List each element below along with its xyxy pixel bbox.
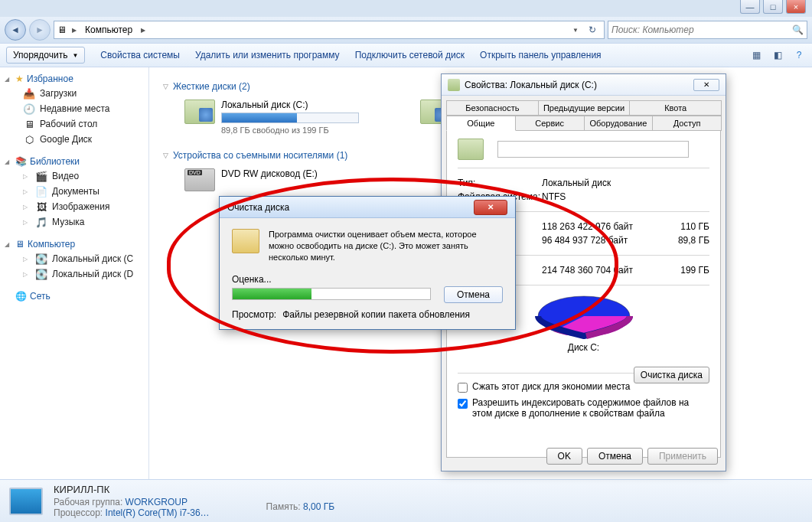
window-controls: — □ × — [740, 0, 806, 14]
drive-c[interactable]: Локальный диск (C:) 89,8 ГБ свободно из … — [184, 100, 359, 135]
sidebar-item-disk-d[interactable]: ▷💽Локальный диск (D — [5, 266, 144, 282]
drive-icon — [458, 139, 484, 160]
sidebar-item-documents[interactable]: ▷📄Документы — [5, 184, 144, 199]
sidebar-item-recent[interactable]: 🕘Недавние места — [5, 101, 144, 116]
free-bytes: 96 484 937 728 байт — [542, 235, 664, 246]
sidebar-item-video[interactable]: ▷🎬Видео — [5, 168, 144, 184]
dropdown-icon[interactable]: ▼ — [570, 27, 581, 34]
sidebar-favorites[interactable]: ◢★Избранное — [5, 73, 144, 84]
drive-name: DVD RW дисковод (E:) — [221, 168, 318, 179]
usage-pie-chart — [534, 293, 634, 339]
dialog-close-button[interactable]: ✕ — [474, 200, 507, 215]
disk-cleanup-button[interactable]: Очистка диска — [634, 367, 709, 383]
drive-dvd[interactable]: DVD RW дисковод (E:) — [184, 168, 318, 191]
organize-dropdown[interactable]: Упорядочить▼ — [6, 47, 85, 64]
index-checkbox-row[interactable]: Разрешить индексировать содержимое файло… — [458, 397, 709, 419]
dialog-close-button[interactable]: ✕ — [693, 79, 719, 91]
disk-label: Диск C: — [458, 342, 709, 353]
evaluating-label: Оценка... — [232, 274, 503, 285]
sidebar-libraries[interactable]: ◢📚Библиотеки — [5, 156, 144, 167]
tab-tools[interactable]: Сервис — [515, 116, 585, 131]
details-pane: КИРИЛЛ-ПК Рабочая группа: WORKGROUP Проц… — [0, 479, 812, 522]
drive-icon — [184, 100, 215, 124]
dialog-title: Очистка диска — [227, 202, 289, 213]
cpu-value: Intel(R) Core(TM) i7-36… — [106, 507, 210, 518]
maximize-button[interactable]: □ — [763, 0, 783, 14]
sidebar-item-music[interactable]: ▷🎵Музыка — [5, 214, 144, 230]
volume-label-input[interactable] — [497, 141, 689, 158]
sidebar-item-desktop[interactable]: 🖥Рабочий стол — [5, 116, 144, 132]
dialog-title: Свойства: Локальный диск (C:) — [465, 80, 597, 90]
toolbar-uninstall[interactable]: Удалить или изменить программу — [195, 50, 340, 60]
search-input[interactable]: Поиск: Компьютер 🔍 — [608, 21, 807, 39]
view-icon[interactable]: ▦ — [749, 48, 763, 62]
preview-pane-icon[interactable]: ◧ — [771, 48, 784, 62]
chevron-right-icon: ▶ — [70, 27, 79, 34]
search-icon[interactable]: 🔍 — [792, 24, 804, 35]
free-gb: 89,8 ГБ — [664, 235, 709, 246]
toolbar: Упорядочить▼ Свойства системы Удалить ил… — [0, 43, 812, 67]
workgroup-value: WORKGROUP — [126, 497, 188, 507]
scanning-value: Файлы резервной копии пакета обновления — [282, 309, 470, 320]
tab-hardware[interactable]: Оборудование — [584, 116, 654, 131]
used-gb: 110 ГБ — [664, 221, 709, 232]
cancel-button[interactable]: Отмена — [587, 448, 643, 465]
back-button[interactable]: ◄ — [5, 19, 26, 41]
sidebar-computer[interactable]: ◢🖥Компьютер — [5, 239, 144, 250]
cpu-label: Процессор: — [54, 507, 103, 518]
capacity-bar — [221, 113, 359, 123]
address-bar[interactable]: 🖥 ▶ Компьютер ▶ ▼ ↻ — [54, 21, 605, 39]
cleanup-icon — [232, 229, 259, 253]
nav-sidebar: ◢★Избранное 📥Загрузки 🕘Недавние места 🖥Р… — [0, 67, 149, 479]
disk-cleanup-dialog: Очистка диска ✕ Программа очистки оценив… — [219, 196, 516, 330]
minimize-button[interactable]: — — [740, 0, 760, 14]
pc-name: КИРИЛЛ-ПК — [54, 484, 210, 497]
toolbar-system-properties[interactable]: Свойства системы — [100, 50, 180, 60]
path-segment[interactable]: Компьютер — [82, 24, 135, 35]
compress-checkbox[interactable] — [458, 383, 468, 393]
close-button[interactable]: × — [786, 0, 806, 14]
capacity-gb: 199 ГБ — [664, 265, 709, 276]
forward-button[interactable]: ► — [29, 19, 51, 41]
memory-value: 8,00 ГБ — [303, 501, 334, 512]
cancel-button[interactable]: Отмена — [444, 286, 503, 303]
memory-label: Память: — [266, 501, 301, 512]
tab-quota[interactable]: Квота — [629, 100, 722, 116]
drive-name: Локальный диск (C:) — [221, 100, 359, 110]
cleanup-message: Программа очистки оценивает объем места,… — [269, 229, 503, 263]
toolbar-map-drive[interactable]: Подключить сетевой диск — [355, 50, 465, 60]
apply-button[interactable]: Применить — [647, 448, 718, 465]
tab-security[interactable]: Безопасность — [446, 100, 539, 116]
progress-bar — [232, 288, 431, 300]
sidebar-item-gdrive[interactable]: ⬡Google Диск — [5, 132, 144, 147]
used-bytes: 118 263 422 976 байт — [542, 221, 664, 232]
tab-general[interactable]: Общие — [446, 116, 516, 131]
toolbar-control-panel[interactable]: Открыть панель управления — [480, 50, 602, 60]
workgroup-label: Рабочая группа: — [54, 497, 122, 507]
scanning-label: Просмотр: — [232, 309, 276, 320]
nav-bar: ◄ ► 🖥 ▶ Компьютер ▶ ▼ ↻ Поиск: Компьютер… — [0, 17, 812, 43]
type-label: Тип: — [458, 178, 542, 188]
ok-button[interactable]: OK — [546, 448, 582, 465]
type-value: Локальный диск — [542, 178, 709, 188]
filesystem-value: NTFS — [542, 191, 709, 202]
sidebar-item-downloads[interactable]: 📥Загрузки — [5, 86, 144, 101]
computer-large-icon — [9, 488, 43, 515]
drive-freespace: 89,8 ГБ свободно из 199 ГБ — [221, 126, 359, 135]
refresh-button[interactable]: ↻ — [584, 24, 601, 35]
capacity-bytes: 214 748 360 704 байт — [542, 265, 664, 276]
drive-icon — [448, 79, 460, 91]
dialog-header[interactable]: Свойства: Локальный диск (C:) ✕ — [442, 74, 726, 96]
dialog-header[interactable]: Очистка диска ✕ — [220, 197, 515, 218]
index-checkbox[interactable] — [458, 399, 468, 409]
sidebar-item-disk-c[interactable]: ▷💽Локальный диск (C — [5, 251, 144, 266]
sidebar-item-pictures[interactable]: ▷🖼Изображения — [5, 199, 144, 214]
tab-previous-versions[interactable]: Предыдущие версии — [538, 100, 631, 116]
computer-icon: 🖥 — [57, 24, 67, 35]
help-icon[interactable]: ? — [792, 48, 806, 62]
search-placeholder: Поиск: Компьютер — [611, 24, 694, 35]
chevron-right-icon[interactable]: ▶ — [139, 27, 148, 34]
tab-sharing[interactable]: Доступ — [652, 116, 722, 131]
dvd-icon — [184, 168, 215, 191]
sidebar-network[interactable]: ◢🌐Сеть — [5, 291, 144, 302]
